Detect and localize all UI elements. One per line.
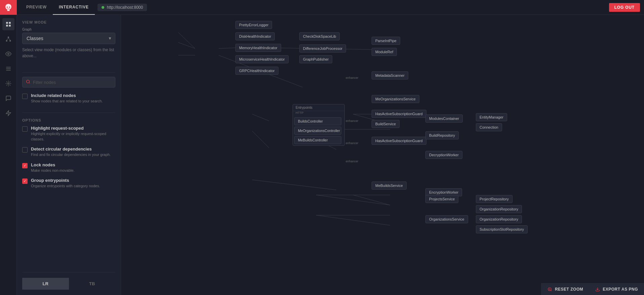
sidebar-icon-chat[interactable] bbox=[2, 92, 14, 104]
node-DecryptionWorker[interactable]: DecryptionWorker bbox=[425, 151, 462, 159]
main-layout: VIEW MODE Graph Classes Modules ▼ Select… bbox=[0, 15, 644, 295]
svg-point-6 bbox=[7, 37, 9, 38]
tab-preview[interactable]: PREVIEW bbox=[20, 0, 53, 15]
sidebar-icon-list[interactable] bbox=[2, 63, 14, 75]
node-ModuleRef[interactable]: ModuleRef bbox=[372, 48, 397, 56]
graph-area[interactable]: Entrypoints HTTP BuildsController MeOrga… bbox=[121, 15, 644, 295]
node-MeBuildsService[interactable]: MeBuildsService bbox=[372, 182, 407, 190]
svg-line-9 bbox=[6, 38, 8, 40]
tab-interactive[interactable]: INTERACTIVE bbox=[53, 0, 95, 15]
svg-point-15 bbox=[7, 83, 9, 85]
svg-point-8 bbox=[9, 40, 11, 42]
node-OrganizationRepository2[interactable]: OrganizationRepository bbox=[476, 215, 522, 223]
node-HasActiveSubscriptionGuard2[interactable]: HasActiveSubscriptionGuard bbox=[372, 137, 426, 145]
layout-lr-button[interactable]: LR bbox=[22, 278, 69, 290]
options-section: OPTIONS Highlight request-scoped Highlig… bbox=[22, 118, 115, 193]
select-label: Graph bbox=[22, 28, 115, 31]
node-OrganizationsService[interactable]: OrganizationsService bbox=[425, 215, 468, 223]
logout-button[interactable]: LOG OUT bbox=[609, 3, 640, 12]
search-icon bbox=[26, 79, 30, 85]
sidebar-icon-lightning[interactable] bbox=[2, 107, 14, 119]
node-MeBuildsController[interactable]: MeBuildsController bbox=[294, 136, 341, 144]
svg-line-32 bbox=[252, 131, 269, 148]
bottom-bar: RESET ZOOM EXPORT AS PNG bbox=[541, 283, 644, 295]
detect-circular-checkbox[interactable] bbox=[22, 147, 28, 153]
svg-line-18 bbox=[29, 83, 30, 83]
entrypoints-group: Entrypoints HTTP BuildsController MeOrga… bbox=[293, 104, 345, 146]
sidebar-icon-eye[interactable] bbox=[2, 48, 14, 60]
node-PrettyErrorLogger[interactable]: PrettyErrorLogger bbox=[235, 21, 272, 29]
sidebar-icon-settings[interactable] bbox=[2, 77, 14, 90]
svg-rect-5 bbox=[9, 25, 10, 27]
group-entrypoints-desc: Organize entrypoints with category nodes… bbox=[31, 184, 100, 189]
node-Connection[interactable]: Connection bbox=[476, 123, 502, 131]
node-SubscriptionSlotRepository[interactable]: SubscriptionSlotRepository bbox=[476, 225, 528, 233]
view-mode-select[interactable]: Classes Modules bbox=[22, 33, 115, 44]
group-entrypoints-checkbox[interactable]: ✓ bbox=[22, 178, 28, 184]
svg-line-37 bbox=[316, 215, 390, 225]
node-MemoryHealthIndicator[interactable]: MemoryHealthIndicator bbox=[235, 44, 281, 52]
node-GraphPublisher[interactable]: GraphPublisher bbox=[299, 55, 332, 63]
enhancer-label-4: enhancer bbox=[346, 160, 358, 163]
detect-circular-label: Detect circular dependencies bbox=[31, 146, 111, 152]
node-MeOrganizationsController[interactable]: MeOrganizationsController bbox=[294, 127, 341, 135]
search-box bbox=[22, 77, 115, 88]
include-related-option: Include related nodes Show nodes that ar… bbox=[22, 93, 115, 104]
svg-point-7 bbox=[6, 40, 7, 42]
node-BuildsController[interactable]: BuildsController bbox=[294, 117, 341, 125]
view-mode-label: VIEW MODE bbox=[22, 20, 115, 24]
layout-tb-button[interactable]: TB bbox=[69, 278, 116, 290]
url-bar[interactable]: http://localhost:8000 bbox=[98, 4, 147, 11]
search-input[interactable] bbox=[33, 80, 112, 85]
node-GRPCHealthIndicator[interactable]: GRPCHealthIndicator bbox=[235, 67, 278, 75]
node-CheckDiskSpaceLib[interactable]: CheckDiskSpaceLib bbox=[299, 32, 340, 40]
lock-nodes-label: Lock nodes bbox=[31, 162, 75, 167]
topbar: PREVIEW INTERACTIVE http://localhost:800… bbox=[0, 0, 644, 15]
node-ParseIntPipe[interactable]: ParseIntPipe bbox=[372, 37, 400, 45]
sidebar-icon-grid[interactable] bbox=[2, 18, 14, 30]
reset-zoom-button[interactable]: RESET ZOOM bbox=[541, 284, 589, 295]
svg-line-20 bbox=[178, 42, 195, 48]
svg-line-38 bbox=[353, 195, 390, 205]
node-HasActiveSubscriptionGuard1[interactable]: HasActiveSubscriptionGuard bbox=[372, 110, 426, 118]
enhancer-label-1: enhancer bbox=[346, 76, 358, 79]
node-BuildRepository[interactable]: BuildRepository bbox=[425, 131, 459, 139]
view-mode-desc: Select view mode (modules or classes) fr… bbox=[22, 47, 115, 59]
sidebar-icon-nodes[interactable] bbox=[2, 33, 14, 45]
options-label: OPTIONS bbox=[22, 118, 115, 122]
node-MetadataScanner[interactable]: MetadataScanner bbox=[372, 71, 408, 79]
lock-nodes-desc: Make nodes non-movable. bbox=[31, 168, 75, 173]
svg-line-40 bbox=[551, 290, 552, 291]
divider-2 bbox=[22, 112, 115, 113]
logo bbox=[0, 0, 17, 15]
icon-sidebar bbox=[0, 15, 17, 295]
svg-rect-3 bbox=[9, 22, 10, 24]
node-ProjectRepository[interactable]: ProjectRepository bbox=[476, 195, 513, 203]
export-png-button[interactable]: EXPORT AS PNG bbox=[589, 284, 644, 295]
lock-nodes-checkbox[interactable]: ✓ bbox=[22, 163, 28, 168]
graph-svg bbox=[121, 15, 644, 295]
node-EntityManager[interactable]: EntityManager bbox=[476, 113, 507, 121]
include-related-desc: Show nodes that are related to your sear… bbox=[31, 99, 103, 104]
svg-line-31 bbox=[252, 114, 269, 121]
node-MeOrganizationsService[interactable]: MeOrganizationsService bbox=[372, 95, 419, 103]
node-DiskHealthIndicator[interactable]: DiskHealthIndicator bbox=[235, 32, 275, 40]
node-MicroserviceHealthIndicator[interactable]: MicroserviceHealthIndicator bbox=[235, 55, 289, 63]
group-entrypoints-option: ✓ Group entrypoints Organize entrypoints… bbox=[22, 178, 115, 189]
svg-line-10 bbox=[8, 38, 10, 40]
select-wrapper: Graph Classes Modules ▼ bbox=[22, 28, 115, 44]
svg-line-19 bbox=[178, 32, 195, 48]
node-OrganizationRepository1[interactable]: OrganizationRepository bbox=[476, 205, 522, 213]
include-related-label: Include related nodes bbox=[31, 93, 103, 98]
node-DifferenceJobProcessor[interactable]: DifferenceJobProcessor bbox=[299, 44, 346, 53]
highlight-request-option: Highlight request-scoped Highlight expli… bbox=[22, 126, 115, 142]
highlight-request-desc: Highlight explicitly or implicitly reque… bbox=[31, 131, 115, 142]
detect-circular-option: Detect circular dependencies Find and fi… bbox=[22, 146, 115, 157]
export-label: EXPORT AS PNG bbox=[603, 287, 638, 292]
node-ModulesContainer[interactable]: ModulesContainer bbox=[425, 114, 463, 123]
node-BuildService[interactable]: BuildService bbox=[372, 120, 400, 128]
highlight-request-checkbox[interactable] bbox=[22, 126, 28, 132]
svg-line-35 bbox=[316, 195, 390, 205]
include-related-checkbox[interactable] bbox=[22, 94, 28, 99]
node-ProjectsService[interactable]: ProjectsService bbox=[425, 195, 458, 203]
